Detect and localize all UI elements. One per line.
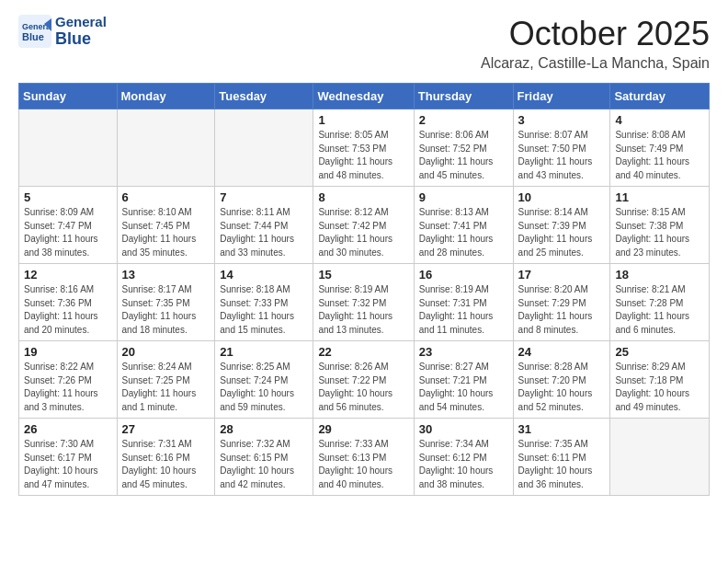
calendar-cell: 14Sunrise: 8:18 AM Sunset: 7:33 PM Dayli… — [215, 264, 313, 341]
calendar-cell: 20Sunrise: 8:24 AM Sunset: 7:25 PM Dayli… — [117, 341, 215, 419]
calendar-cell: 26Sunrise: 7:30 AM Sunset: 6:17 PM Dayli… — [19, 419, 118, 496]
calendar-cell: 1Sunrise: 8:05 AM Sunset: 7:53 PM Daylig… — [313, 109, 414, 187]
day-info: Sunrise: 8:28 AM Sunset: 7:20 PM Dayligh… — [518, 361, 606, 414]
calendar-cell: 24Sunrise: 8:28 AM Sunset: 7:20 PM Dayli… — [513, 341, 610, 419]
day-number: 27 — [122, 422, 210, 436]
calendar-cell — [610, 419, 710, 496]
day-number: 16 — [419, 268, 508, 282]
day-info: Sunrise: 8:20 AM Sunset: 7:29 PM Dayligh… — [518, 283, 606, 337]
day-number: 19 — [24, 345, 112, 359]
day-number: 8 — [318, 190, 408, 204]
calendar-cell: 31Sunrise: 7:35 AM Sunset: 6:11 PM Dayli… — [513, 419, 610, 496]
day-info: Sunrise: 8:15 AM Sunset: 7:38 PM Dayligh… — [615, 206, 704, 259]
weekday-header-monday: Monday — [117, 84, 215, 109]
calendar-cell: 8Sunrise: 8:12 AM Sunset: 7:42 PM Daylig… — [313, 187, 414, 264]
calendar-cell: 11Sunrise: 8:15 AM Sunset: 7:38 PM Dayli… — [610, 187, 710, 264]
calendar-cell: 5Sunrise: 8:09 AM Sunset: 7:47 PM Daylig… — [19, 187, 118, 264]
day-info: Sunrise: 8:29 AM Sunset: 7:18 PM Dayligh… — [615, 361, 704, 414]
logo-general: General — [55, 15, 107, 30]
day-number: 12 — [24, 268, 112, 282]
day-number: 17 — [518, 268, 606, 282]
calendar-cell: 25Sunrise: 8:29 AM Sunset: 7:18 PM Dayli… — [610, 341, 710, 419]
day-info: Sunrise: 8:11 AM Sunset: 7:44 PM Dayligh… — [220, 206, 308, 259]
day-number: 11 — [615, 190, 704, 204]
calendar-cell: 2Sunrise: 8:06 AM Sunset: 7:52 PM Daylig… — [414, 109, 513, 187]
svg-text:Blue: Blue — [22, 31, 44, 42]
day-info: Sunrise: 8:19 AM Sunset: 7:32 PM Dayligh… — [318, 283, 408, 337]
day-number: 5 — [24, 190, 112, 204]
calendar-week-row: 5Sunrise: 8:09 AM Sunset: 7:47 PM Daylig… — [19, 187, 710, 264]
day-number: 3 — [518, 113, 606, 127]
day-info: Sunrise: 8:07 AM Sunset: 7:50 PM Dayligh… — [518, 129, 606, 182]
calendar-cell: 30Sunrise: 7:34 AM Sunset: 6:12 PM Dayli… — [414, 419, 513, 496]
calendar-cell — [19, 109, 118, 187]
weekday-header-sunday: Sunday — [19, 84, 118, 109]
calendar-cell: 17Sunrise: 8:20 AM Sunset: 7:29 PM Dayli… — [513, 264, 610, 341]
calendar-cell: 21Sunrise: 8:25 AM Sunset: 7:24 PM Dayli… — [215, 341, 313, 419]
day-info: Sunrise: 8:12 AM Sunset: 7:42 PM Dayligh… — [318, 206, 408, 259]
calendar-table: SundayMondayTuesdayWednesdayThursdayFrid… — [18, 83, 710, 496]
day-info: Sunrise: 7:33 AM Sunset: 6:13 PM Dayligh… — [318, 438, 408, 491]
calendar-cell: 19Sunrise: 8:22 AM Sunset: 7:26 PM Dayli… — [19, 341, 118, 419]
day-number: 30 — [419, 422, 508, 436]
calendar-cell: 28Sunrise: 7:32 AM Sunset: 6:15 PM Dayli… — [215, 419, 313, 496]
day-number: 22 — [318, 345, 408, 359]
day-info: Sunrise: 8:09 AM Sunset: 7:47 PM Dayligh… — [24, 206, 112, 259]
day-number: 10 — [518, 190, 606, 204]
day-number: 7 — [220, 190, 308, 204]
day-info: Sunrise: 8:26 AM Sunset: 7:22 PM Dayligh… — [318, 361, 408, 414]
calendar-cell: 23Sunrise: 8:27 AM Sunset: 7:21 PM Dayli… — [414, 341, 513, 419]
day-number: 20 — [122, 345, 210, 359]
calendar-cell: 6Sunrise: 8:10 AM Sunset: 7:45 PM Daylig… — [117, 187, 215, 264]
logo-icon: General Blue — [18, 15, 51, 48]
day-info: Sunrise: 8:25 AM Sunset: 7:24 PM Dayligh… — [220, 361, 308, 414]
calendar-cell: 12Sunrise: 8:16 AM Sunset: 7:36 PM Dayli… — [19, 264, 118, 341]
day-number: 24 — [518, 345, 606, 359]
day-number: 26 — [24, 422, 112, 436]
weekday-header-friday: Friday — [513, 84, 610, 109]
calendar-cell: 18Sunrise: 8:21 AM Sunset: 7:28 PM Dayli… — [610, 264, 710, 341]
logo-text: General Blue — [55, 15, 107, 48]
day-info: Sunrise: 8:21 AM Sunset: 7:28 PM Dayligh… — [615, 283, 704, 337]
calendar-week-row: 19Sunrise: 8:22 AM Sunset: 7:26 PM Dayli… — [19, 341, 710, 419]
day-number: 31 — [518, 422, 606, 436]
calendar-cell: 10Sunrise: 8:14 AM Sunset: 7:39 PM Dayli… — [513, 187, 610, 264]
day-info: Sunrise: 8:05 AM Sunset: 7:53 PM Dayligh… — [318, 129, 408, 182]
day-info: Sunrise: 7:31 AM Sunset: 6:16 PM Dayligh… — [122, 438, 210, 491]
day-number: 6 — [122, 190, 210, 204]
logo: General Blue General Blue — [18, 15, 107, 48]
weekday-header-saturday: Saturday — [610, 84, 710, 109]
calendar-cell: 7Sunrise: 8:11 AM Sunset: 7:44 PM Daylig… — [215, 187, 313, 264]
day-number: 4 — [615, 113, 704, 127]
page-header: General Blue General Blue October 2025 A… — [18, 15, 710, 72]
day-info: Sunrise: 8:27 AM Sunset: 7:21 PM Dayligh… — [419, 361, 508, 414]
day-number: 28 — [220, 422, 308, 436]
day-number: 23 — [419, 345, 508, 359]
calendar-cell: 3Sunrise: 8:07 AM Sunset: 7:50 PM Daylig… — [513, 109, 610, 187]
calendar-cell: 9Sunrise: 8:13 AM Sunset: 7:41 PM Daylig… — [414, 187, 513, 264]
calendar-week-row: 26Sunrise: 7:30 AM Sunset: 6:17 PM Dayli… — [19, 419, 710, 496]
weekday-header-thursday: Thursday — [414, 84, 513, 109]
weekday-header-row: SundayMondayTuesdayWednesdayThursdayFrid… — [19, 84, 710, 109]
calendar-cell: 22Sunrise: 8:26 AM Sunset: 7:22 PM Dayli… — [313, 341, 414, 419]
day-number: 25 — [615, 345, 704, 359]
calendar-cell: 29Sunrise: 7:33 AM Sunset: 6:13 PM Dayli… — [313, 419, 414, 496]
day-info: Sunrise: 8:19 AM Sunset: 7:31 PM Dayligh… — [419, 283, 508, 337]
day-info: Sunrise: 8:18 AM Sunset: 7:33 PM Dayligh… — [220, 283, 308, 337]
day-number: 9 — [419, 190, 508, 204]
calendar-cell — [117, 109, 215, 187]
day-number: 13 — [122, 268, 210, 282]
calendar-cell: 27Sunrise: 7:31 AM Sunset: 6:16 PM Dayli… — [117, 419, 215, 496]
day-number: 2 — [419, 113, 508, 127]
calendar-cell: 16Sunrise: 8:19 AM Sunset: 7:31 PM Dayli… — [414, 264, 513, 341]
day-number: 1 — [318, 113, 408, 127]
month-title: October 2025 — [481, 15, 710, 53]
calendar-week-row: 1Sunrise: 8:05 AM Sunset: 7:53 PM Daylig… — [19, 109, 710, 187]
weekday-header-wednesday: Wednesday — [313, 84, 414, 109]
day-info: Sunrise: 8:08 AM Sunset: 7:49 PM Dayligh… — [615, 129, 704, 182]
day-info: Sunrise: 8:13 AM Sunset: 7:41 PM Dayligh… — [419, 206, 508, 259]
day-info: Sunrise: 8:16 AM Sunset: 7:36 PM Dayligh… — [24, 283, 112, 337]
day-info: Sunrise: 8:22 AM Sunset: 7:26 PM Dayligh… — [24, 361, 112, 414]
calendar-cell — [215, 109, 313, 187]
logo-blue: Blue — [55, 30, 107, 49]
